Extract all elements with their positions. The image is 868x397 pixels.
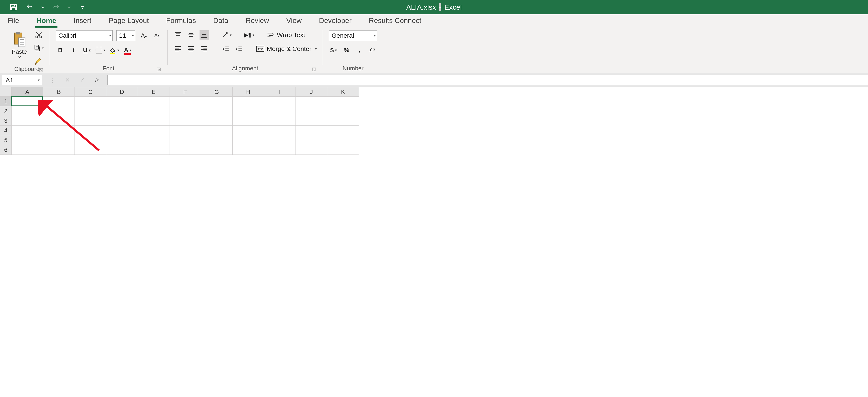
undo-dropdown[interactable] [41,2,44,12]
column-header-H[interactable]: H [232,87,264,97]
paste-button[interactable]: Paste [10,30,29,59]
select-all-corner[interactable] [0,87,11,97]
tab-home[interactable]: Home [35,14,58,28]
cell-E4[interactable] [138,126,169,135]
tab-data[interactable]: Data [212,14,229,28]
cell-J1[interactable] [296,97,327,106]
clipboard-launcher[interactable] [38,67,44,73]
cell-H4[interactable] [232,126,264,135]
cell-B3[interactable] [43,116,75,126]
cell-B4[interactable] [43,126,75,135]
cell-K2[interactable] [327,106,359,116]
cell-B1[interactable] [43,97,75,106]
insert-function-button[interactable]: fx [93,76,101,84]
increase-font-size-button[interactable]: A▴ [139,31,148,40]
alignment-launcher[interactable] [311,67,317,72]
tab-insert[interactable]: Insert [72,14,93,28]
comma-format-button[interactable]: , [355,45,364,55]
column-header-J[interactable]: J [296,87,327,97]
cell-C3[interactable] [75,116,106,126]
cell-D4[interactable] [106,126,138,135]
worksheet-grid[interactable]: ABCDEFGHIJK123456 [0,87,868,397]
cell-I1[interactable] [264,97,296,106]
cell-A1[interactable] [11,97,43,106]
column-header-A[interactable]: A [11,87,43,97]
cell-E5[interactable] [138,135,169,145]
number-format-select[interactable]: General▾ [329,30,377,41]
cell-D6[interactable] [106,145,138,155]
cell-F3[interactable] [169,116,201,126]
tab-view[interactable]: View [285,14,303,28]
cell-J4[interactable] [296,126,327,135]
cell-E2[interactable] [138,106,169,116]
cell-F4[interactable] [169,126,201,135]
cell-K6[interactable] [327,145,359,155]
row-header-2[interactable]: 2 [0,106,11,116]
cell-I6[interactable] [264,145,296,155]
row-header-3[interactable]: 3 [0,116,11,126]
font-name-select[interactable]: Calibri▾ [56,30,113,41]
column-header-G[interactable]: G [201,87,232,97]
row-header-1[interactable]: 1 [0,97,11,106]
align-bottom-button[interactable] [199,30,209,39]
wrap-text-button[interactable]: Wrap Text [267,31,305,38]
cell-C1[interactable] [75,97,106,106]
align-middle-button[interactable] [186,30,196,39]
align-right-button[interactable] [199,44,209,54]
name-box[interactable]: A1▾ [2,75,42,85]
bold-button[interactable]: B [56,45,65,55]
format-painter-button[interactable] [34,56,43,66]
cell-I4[interactable] [264,126,296,135]
cut-button[interactable] [34,30,43,39]
undo-button[interactable] [25,2,35,12]
cell-F6[interactable] [169,145,201,155]
increase-indent-button[interactable] [235,44,244,54]
tab-page-layout[interactable]: Page Layout [107,14,150,28]
merge-center-button[interactable]: Merge & Center [256,45,317,53]
decrease-indent-button[interactable] [221,44,231,54]
qat-customize-dropdown[interactable] [81,2,84,12]
column-header-C[interactable]: C [75,87,106,97]
cell-J5[interactable] [296,135,327,145]
column-header-D[interactable]: D [106,87,138,97]
accounting-format-button[interactable]: $ [329,45,338,55]
column-header-E[interactable]: E [138,87,169,97]
tab-formulas[interactable]: Formulas [165,14,197,28]
align-center-button[interactable] [186,44,196,54]
column-header-B[interactable]: B [43,87,75,97]
cell-K3[interactable] [327,116,359,126]
cell-F2[interactable] [169,106,201,116]
cell-K5[interactable] [327,135,359,145]
decrease-font-size-button[interactable]: A▾ [152,31,161,40]
cell-K1[interactable] [327,97,359,106]
cell-A6[interactable] [11,145,43,155]
cell-D5[interactable] [106,135,138,145]
cell-C4[interactable] [75,126,106,135]
fill-color-button[interactable] [109,45,119,55]
cell-B5[interactable] [43,135,75,145]
percent-format-button[interactable]: % [342,45,351,55]
row-header-6[interactable]: 6 [0,145,11,155]
cell-G4[interactable] [201,126,232,135]
cell-I5[interactable] [264,135,296,145]
cell-J6[interactable] [296,145,327,155]
column-header-I[interactable]: I [264,87,296,97]
cancel-formula-button[interactable]: ✕ [63,76,71,84]
tab-review[interactable]: Review [244,14,270,28]
tab-file[interactable]: File [6,14,21,28]
cell-G1[interactable] [201,97,232,106]
cell-D3[interactable] [106,116,138,126]
save-button[interactable] [8,2,19,12]
cell-D2[interactable] [106,106,138,116]
column-header-K[interactable]: K [327,87,359,97]
redo-dropdown[interactable] [67,2,71,12]
borders-button[interactable] [96,45,105,55]
cell-C5[interactable] [75,135,106,145]
font-launcher[interactable] [156,67,161,72]
cell-A4[interactable] [11,126,43,135]
cell-J2[interactable] [296,106,327,116]
formula-input[interactable] [107,75,868,85]
formula-options-icon[interactable]: ⋮ [49,76,57,84]
row-header-4[interactable]: 4 [0,126,11,135]
cell-G6[interactable] [201,145,232,155]
